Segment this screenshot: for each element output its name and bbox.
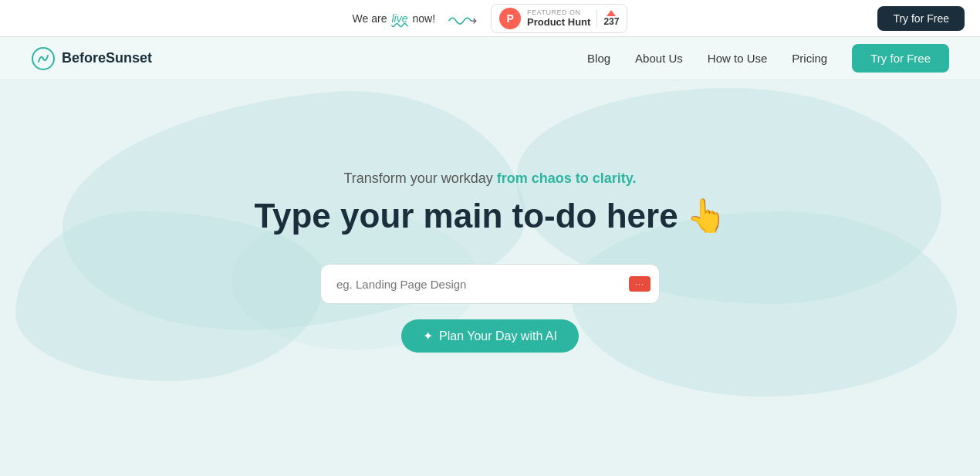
ph-icon: P bbox=[499, 8, 521, 29]
ph-featured-label: FEATURED ON bbox=[527, 8, 590, 16]
hero-content: Transform your workday from chaos to cla… bbox=[254, 170, 725, 353]
announcement-prefix: We are bbox=[353, 12, 387, 25]
nav-link-blog[interactable]: Blog bbox=[587, 52, 610, 65]
plan-day-button[interactable]: ✦ Plan Your Day with AI bbox=[401, 319, 579, 353]
task-input-wrapper: ··· bbox=[320, 264, 660, 304]
logo[interactable]: BeforeSunset bbox=[31, 46, 152, 71]
plan-btn-sparkle-icon: ✦ bbox=[423, 329, 433, 343]
navbar: BeforeSunset Blog About Us How to Use Pr… bbox=[0, 37, 980, 80]
announcement-live-word: live bbox=[391, 12, 407, 25]
input-dots-icon: ··· bbox=[629, 276, 651, 292]
announcement-try-button[interactable]: Try for Free bbox=[877, 6, 965, 31]
ph-vote-count: 237 bbox=[603, 16, 619, 27]
ph-name: Product Hunt bbox=[527, 16, 590, 28]
announcement-bar: We are live now! P FEATURED ON Product H… bbox=[0, 0, 980, 37]
nav-link-about[interactable]: About Us bbox=[635, 52, 683, 65]
task-input[interactable] bbox=[320, 264, 660, 304]
nav-links: Blog About Us How to Use Pricing bbox=[587, 52, 827, 65]
logo-icon bbox=[31, 46, 56, 71]
logo-text: BeforeSunset bbox=[62, 50, 152, 66]
hero-title-text: Type your main to-do here bbox=[254, 196, 678, 237]
product-hunt-badge[interactable]: P FEATURED ON Product Hunt 237 bbox=[491, 4, 627, 33]
hero-section: Transform your workday from chaos to cla… bbox=[0, 80, 980, 427]
hero-subtitle-normal: Transform your workday bbox=[343, 170, 496, 186]
nav-link-pricing[interactable]: Pricing bbox=[792, 52, 827, 65]
plan-btn-label: Plan Your Day with AI bbox=[439, 329, 557, 343]
announcement-suffix: now! bbox=[412, 12, 435, 25]
ph-text: FEATURED ON Product Hunt bbox=[527, 8, 590, 28]
hero-subtitle: Transform your workday from chaos to cla… bbox=[254, 170, 725, 187]
squiggle-decoration bbox=[448, 11, 478, 26]
announcement-text: We are live now! bbox=[353, 12, 435, 25]
nav-try-button[interactable]: Try for Free bbox=[852, 44, 949, 73]
nav-link-how[interactable]: How to Use bbox=[708, 52, 768, 65]
hand-emoji: 👆 bbox=[686, 197, 726, 235]
hero-title: Type your main to-do here 👆 bbox=[254, 196, 725, 237]
hero-subtitle-highlight: from chaos to clarity. bbox=[497, 170, 637, 186]
ph-triangle-icon bbox=[607, 10, 616, 16]
input-dots-label: ··· bbox=[635, 280, 644, 289]
ph-votes: 237 bbox=[596, 10, 619, 27]
